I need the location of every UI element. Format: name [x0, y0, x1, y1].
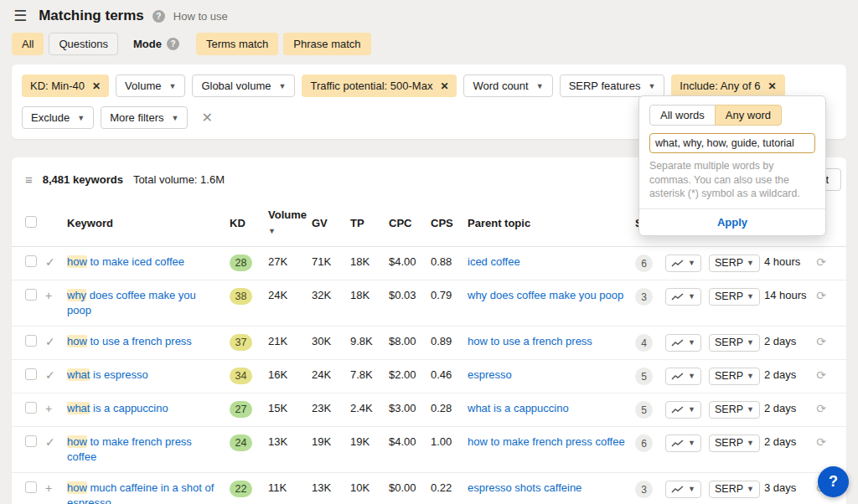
header-keyword[interactable]: Keyword [67, 216, 230, 231]
serp-features-count-badge[interactable]: 3 [635, 481, 653, 498]
keyword-link[interactable]: is espresso [90, 368, 147, 381]
hamburger-menu-icon[interactable]: ☰ [13, 8, 27, 23]
keyword-link[interactable]: to use a french press [87, 335, 192, 347]
parent-topic-link[interactable]: espresso shots caffeine [468, 481, 581, 494]
header-kd[interactable]: KD [230, 216, 268, 231]
refresh-icon[interactable]: ⟳ [816, 335, 826, 348]
plus-icon[interactable]: + [45, 481, 67, 496]
header-cps[interactable]: CPS [431, 216, 468, 231]
mode-help-icon[interactable]: ? [167, 38, 179, 50]
list-view-icon[interactable]: ≡ [25, 172, 33, 187]
serp-dropdown-button[interactable]: SERP▼ [709, 288, 760, 306]
row-checkbox[interactable] [25, 402, 37, 414]
header-cpc[interactable]: CPC [389, 216, 431, 231]
serp-dropdown-button[interactable]: SERP▼ [709, 368, 760, 385]
parent-topic-link[interactable]: iced coffee [468, 255, 520, 268]
trend-dropdown-button[interactable]: ▼ [665, 255, 701, 272]
keyword-link[interactable]: to make iced coffee [87, 255, 184, 268]
header-volume[interactable]: Volume ▼ [268, 208, 312, 239]
filter-serp-features[interactable]: SERP features ▼ [560, 75, 665, 97]
parent-topic-link[interactable]: espresso [468, 368, 512, 381]
parent-topic-link[interactable]: why does coffee make you poop [468, 289, 623, 301]
row-checkbox[interactable] [25, 255, 37, 267]
serp-features-count-badge[interactable]: 5 [635, 368, 653, 385]
tab-any-word[interactable]: Any word [715, 105, 782, 126]
matched-term-highlight[interactable]: what [67, 368, 90, 381]
refresh-icon[interactable]: ⟳ [816, 368, 826, 382]
check-icon[interactable]: ✓ [45, 334, 67, 349]
serp-features-count-badge[interactable]: 5 [635, 401, 653, 419]
check-icon[interactable]: ✓ [45, 255, 67, 270]
header-parent-topic[interactable]: Parent topic [468, 216, 635, 231]
select-all-checkbox[interactable] [25, 216, 37, 228]
keyword-cell: how to make iced coffee [67, 255, 230, 270]
matched-term-highlight[interactable]: why [67, 289, 86, 301]
serp-dropdown-button[interactable]: SERP▼ [709, 401, 760, 419]
filter-exclude[interactable]: Exclude ▼ [22, 106, 94, 129]
parent-topic-link[interactable]: what is a cappuccino [468, 402, 569, 414]
matched-term-highlight[interactable]: what [67, 402, 90, 414]
row-checkbox[interactable] [25, 481, 37, 493]
filter-word-count[interactable]: Word count ▼ [463, 75, 552, 97]
filter-more[interactable]: More filters ▼ [101, 106, 188, 129]
matched-term-highlight[interactable]: how [67, 335, 87, 347]
row-checkbox[interactable] [25, 368, 37, 380]
trend-dropdown-button[interactable]: ▼ [665, 435, 701, 452]
row-checkbox[interactable] [25, 289, 37, 301]
keyword-link[interactable]: much caffeine in a shot of espresso [67, 481, 214, 504]
filter-kd[interactable]: KD: Min-40 ✕ [22, 75, 109, 97]
header-tp[interactable]: TP [350, 216, 389, 231]
trend-dropdown-button[interactable]: ▼ [665, 401, 701, 419]
row-checkbox[interactable] [25, 435, 37, 447]
check-icon[interactable]: ✓ [45, 435, 67, 450]
plus-icon[interactable]: + [45, 288, 67, 303]
refresh-icon[interactable]: ⟳ [816, 402, 826, 415]
keyword-cell: why does coffee make you poop [67, 288, 230, 318]
tab-all[interactable]: All [12, 33, 44, 55]
parent-topic-link[interactable]: how to make french press coffee [468, 435, 625, 448]
trend-dropdown-button[interactable]: ▼ [665, 288, 701, 306]
plus-icon[interactable]: + [45, 401, 67, 416]
row-checkbox[interactable] [25, 335, 37, 347]
help-circle-icon[interactable]: ? [152, 10, 165, 23]
clear-filters-icon[interactable]: ✕ [201, 110, 212, 126]
tab-questions[interactable]: Questions [49, 33, 118, 55]
filter-global-volume[interactable]: Global volume ▼ [192, 75, 295, 97]
check-icon[interactable]: ✓ [45, 368, 67, 383]
serp-features-count-badge[interactable]: 6 [635, 435, 653, 452]
serp-features-count-badge[interactable]: 6 [635, 255, 653, 272]
serp-dropdown-button[interactable]: SERP▼ [709, 481, 760, 498]
terms-match-button[interactable]: Terms match [196, 33, 278, 55]
header-gv[interactable]: GV [312, 216, 350, 231]
serp-dropdown-button[interactable]: SERP▼ [709, 334, 760, 352]
chevron-down-icon: ▼ [688, 483, 695, 496]
serp-dropdown-button[interactable]: SERP▼ [709, 435, 760, 452]
remove-filter-icon[interactable]: ✕ [92, 80, 101, 92]
filter-volume[interactable]: Volume ▼ [116, 75, 185, 97]
tab-all-words[interactable]: All words [649, 105, 716, 126]
how-to-use-link[interactable]: How to use [173, 10, 228, 23]
matched-term-highlight[interactable]: how [67, 255, 87, 268]
matched-term-highlight[interactable]: how [67, 435, 87, 448]
refresh-icon[interactable]: ⟳ [816, 435, 826, 449]
matched-term-highlight[interactable]: how [67, 481, 87, 494]
remove-filter-icon[interactable]: ✕ [768, 80, 776, 92]
keyword-link[interactable]: does coffee make you poop [67, 289, 196, 316]
serp-features-count-badge[interactable]: 3 [635, 288, 653, 306]
phrase-match-button[interactable]: Phrase match [283, 33, 370, 55]
remove-filter-icon[interactable]: ✕ [440, 80, 448, 92]
trend-dropdown-button[interactable]: ▼ [665, 334, 701, 352]
refresh-icon[interactable]: ⟳ [816, 255, 826, 269]
apply-button[interactable]: Apply [639, 208, 825, 235]
keyword-link[interactable]: is a cappuccino [90, 402, 168, 414]
serp-dropdown-button[interactable]: SERP▼ [709, 255, 760, 272]
include-terms-input[interactable] [649, 133, 815, 153]
serp-features-count-badge[interactable]: 4 [635, 334, 653, 352]
filter-include[interactable]: Include: Any of 6 ✕ [671, 75, 784, 97]
filter-traffic-potential[interactable]: Traffic potential: 500-Max ✕ [302, 75, 457, 97]
help-fab-button[interactable]: ? [818, 466, 849, 497]
refresh-icon[interactable]: ⟳ [816, 289, 826, 302]
trend-dropdown-button[interactable]: ▼ [665, 368, 701, 385]
parent-topic-link[interactable]: how to use a french press [468, 335, 592, 347]
trend-dropdown-button[interactable]: ▼ [665, 481, 701, 498]
